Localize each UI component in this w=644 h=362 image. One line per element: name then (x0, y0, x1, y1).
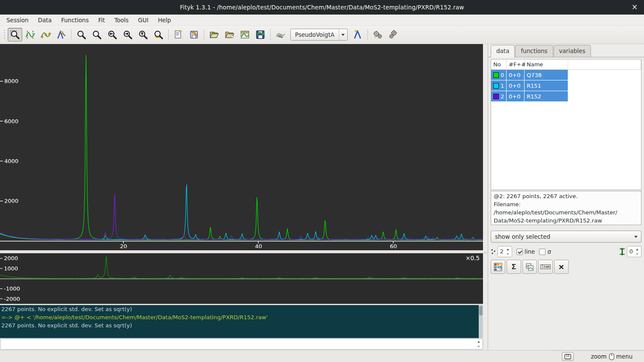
zoom-right-button[interactable] (120, 28, 135, 42)
mouse-buttons-icon (564, 354, 571, 359)
wrench-disk-icon (189, 30, 199, 40)
zoom-up-button[interactable] (136, 28, 150, 42)
console-scrollbar[interactable] (479, 305, 483, 338)
lambda-plus-icon (352, 30, 363, 40)
folder-plus-icon (224, 30, 235, 40)
output-console[interactable]: 2267 points. No explicit std. dev. Set a… (0, 305, 483, 338)
palette-icon (494, 263, 502, 271)
line-checkbox[interactable] (516, 249, 523, 255)
magnifier-up-icon (138, 30, 148, 40)
data-range-mode-button[interactable] (23, 28, 38, 42)
svg-text:40: 40 (255, 243, 262, 249)
zoom-left-button[interactable] (105, 28, 119, 42)
zoom-mode-button[interactable] (8, 28, 22, 42)
column-header-name[interactable]: Name (525, 59, 568, 69)
menu-data[interactable]: Data (34, 15, 56, 25)
command-input[interactable] (2, 339, 474, 349)
toolbar-separator (367, 29, 368, 40)
svg-text:6000: 6000 (4, 118, 18, 125)
open-data-button[interactable] (207, 28, 221, 42)
magnifier-undo-icon (153, 30, 164, 40)
plot-splitter[interactable] (0, 250, 488, 253)
baseline-mode-button[interactable] (39, 28, 53, 42)
statusbar: zoom menu (0, 350, 644, 362)
menu-gui[interactable]: GUI (134, 15, 152, 25)
sidebar: datafunctionsvariables No#F+#Name00+0Q73… (488, 44, 644, 350)
sum-button[interactable]: Σ (507, 260, 521, 274)
menu-fit[interactable]: Fit (94, 15, 109, 25)
menu-tools[interactable]: Tools (110, 15, 132, 25)
console-scrollbar-thumb[interactable] (479, 306, 483, 315)
dataset-name-cell: Q738 (525, 70, 568, 80)
auxiliary-plot-canvas[interactable]: 20001000-1000-2000×0.5 (0, 253, 483, 304)
rename-button[interactable]: [nam (538, 260, 553, 274)
append-data-button[interactable] (222, 28, 237, 42)
run-fit-button[interactable] (386, 28, 400, 42)
save-session-button[interactable] (253, 28, 268, 42)
mouse-config-button[interactable] (562, 352, 574, 361)
chevron-down-icon (631, 236, 641, 238)
session-settings-button[interactable] (187, 28, 201, 42)
mouse-icon (609, 353, 614, 360)
svg-text:2000: 2000 (4, 198, 18, 204)
fityk-window: Fityk 1.3.1 - /home/aleplo/test/Document… (0, 0, 644, 362)
add-peak-mode-button[interactable] (54, 28, 69, 42)
menu-functions[interactable]: Functions (57, 15, 92, 25)
menubar: SessionDataFunctionsFitToolsGUIHelp (0, 15, 644, 26)
dataset-filler-cell (568, 91, 641, 101)
tab-data[interactable]: data (491, 45, 515, 57)
toolbar-separator (204, 29, 204, 40)
toolbar-grip[interactable] (3, 29, 6, 40)
table-row[interactable]: 10+0R151 (491, 80, 641, 91)
svg-text:1000: 1000 (4, 265, 18, 272)
sigma-checkbox[interactable] (539, 249, 546, 255)
dataset-info: @2: 2267 points, 2267 active.Filename: /… (491, 191, 641, 225)
svg-text:2000: 2000 (4, 255, 18, 261)
zoom-previous-button[interactable] (151, 28, 166, 42)
dataset-filler-cell (568, 70, 641, 80)
tab-variables[interactable]: variables (554, 45, 591, 57)
table-row[interactable]: 00+0Q738 (491, 70, 641, 80)
delete-button[interactable]: × (554, 260, 569, 274)
peak-wand-icon (56, 30, 66, 40)
gears-run-icon (388, 30, 398, 40)
zoom-vertical-button[interactable] (89, 28, 104, 42)
undo-fit-button[interactable] (370, 28, 385, 42)
main-plot-canvas[interactable]: 2000400060008000204060 (0, 44, 483, 250)
curve-range-icon (25, 30, 36, 40)
edit-script-button[interactable] (171, 28, 186, 42)
load-session-button[interactable] (238, 28, 252, 42)
svg-text:-1000: -1000 (4, 285, 20, 292)
menu-help[interactable]: Help (154, 15, 175, 25)
peak-type-dropdown[interactable]: PseudoVoigtA (290, 29, 348, 41)
point-size-spinner[interactable]: 2 (498, 246, 512, 257)
data-transform-button[interactable] (273, 28, 288, 42)
column-header-no[interactable]: No (491, 59, 507, 69)
statusbar-right: zoom menu (551, 350, 644, 362)
dataset-no-cell: 1 (491, 80, 507, 91)
spinner-down-icon[interactable] (475, 344, 482, 349)
dataset-color-swatch (493, 83, 499, 89)
command-history-spinner[interactable] (475, 339, 482, 349)
column-header-f[interactable]: #F+# (507, 59, 525, 69)
main-plot[interactable]: 2000400060008000204060 (0, 44, 483, 250)
copy-data-button[interactable] (522, 260, 537, 274)
palette-button[interactable] (491, 260, 505, 274)
dataset-buttons: Σ[nam× (491, 260, 641, 274)
console-line-output: 2267 points. No explicit std. dev. Set a… (0, 321, 483, 329)
tab-functions[interactable]: functions (515, 45, 553, 57)
show-filter-dropdown[interactable]: show only selected (491, 231, 641, 243)
auxiliary-plot[interactable]: 20001000-1000-2000×0.5 (0, 253, 483, 305)
svg-text:8000: 8000 (4, 78, 18, 84)
plot-column: 2000400060008000204060 20001000-1000-200… (0, 44, 488, 350)
vertical-shift-spinner[interactable]: 0 (627, 246, 641, 257)
close-icon[interactable]: × (630, 3, 639, 12)
dataset-table[interactable]: No#F+#Name00+0Q73810+0R15120+0R152 (491, 59, 641, 190)
zoom-all-button[interactable] (74, 28, 89, 42)
menu-session[interactable]: Session (3, 15, 33, 25)
spinner-up-icon[interactable] (475, 339, 482, 344)
table-row[interactable]: 20+0R152 (491, 91, 641, 102)
titlebar: Fityk 1.3.1 - /home/aleplo/test/Document… (0, 0, 644, 15)
dataset-filler-cell (568, 80, 641, 91)
add-function-button[interactable] (350, 28, 365, 42)
